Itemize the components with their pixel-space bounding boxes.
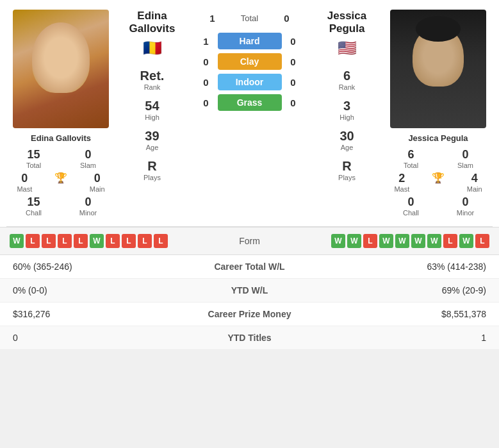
stats-left-value: $316,276 (13, 309, 128, 319)
total-left-score: 1 (206, 13, 219, 24)
left-plays-item: R Plays (143, 159, 161, 181)
stats-row: 60% (365-246)Career Total W/L63% (414-23… (0, 255, 499, 279)
right-high-item: 3 High (339, 99, 354, 121)
left-minor-stat: 0 Minor (74, 195, 102, 217)
left-mast-value: 0 (21, 172, 28, 185)
main-container: Edina Gallovits 15 Total 0 Slam 0 (0, 0, 499, 350)
left-player-title: Edina Gallovits (115, 10, 189, 36)
right-minor-stat: 0 Minor (451, 195, 480, 217)
form-badge: L (26, 234, 40, 248)
right-slam-label: Slam (457, 162, 473, 169)
left-main-stat: 0 Main (83, 172, 111, 193)
stats-row: 0% (0-0)YTD W/L69% (20-9) (0, 279, 499, 303)
right-rank-label: Rank (339, 83, 356, 91)
right-plays-value: R (342, 159, 351, 174)
hard-right-score: 0 (287, 36, 300, 47)
form-badge: W (379, 234, 393, 248)
right-main-label: Main (467, 185, 482, 193)
right-age-item: 30 Age (339, 129, 354, 151)
right-mast-stat: 2 Mast (388, 172, 416, 193)
stats-row: $316,276Career Prize Money$8,551,378 (0, 303, 499, 326)
form-badge: W (411, 234, 425, 248)
right-rank-stats: 6 Rank 3 High 30 Age R Plays (338, 69, 356, 181)
left-rank-value: Ret. (140, 69, 165, 83)
stats-right-value: 63% (414-238) (371, 261, 486, 272)
right-slam-value: 0 (462, 148, 468, 162)
form-badge: L (58, 234, 72, 248)
right-mast-value: 2 (398, 172, 405, 185)
stats-center-label: YTD Titles (128, 333, 371, 343)
clay-left-score: 0 (200, 56, 213, 67)
left-slam-value: 0 (85, 148, 91, 162)
right-slam-stat: 0 Slam (451, 148, 480, 169)
form-badge: L (42, 234, 56, 248)
right-player-card: Jessica Pegula 6 Total 0 Slam 2 (384, 10, 493, 217)
indoor-left-score: 0 (200, 77, 213, 88)
right-player-info-col: Jessica Pegula 🇺🇸 6 Rank 3 High 30 Age R… (310, 10, 384, 217)
stats-left-value: 60% (365-246) (13, 261, 128, 272)
clay-right-score: 0 (287, 56, 300, 67)
right-plays-item: R Plays (338, 159, 356, 181)
left-mast-label: Mast (17, 185, 32, 193)
form-section: WLLLLWLLLL Form WWLWWWWLWL (0, 227, 499, 255)
left-trophy-icon: 🏆 (46, 172, 75, 193)
left-main-label: Main (90, 185, 105, 193)
form-badge: W (90, 234, 104, 248)
stats-right-value: $8,551,378 (371, 309, 486, 319)
clay-button[interactable]: Clay (218, 53, 282, 70)
right-chall-stat: 0 Chall (397, 195, 425, 217)
left-total-stat: 15 Total (19, 148, 48, 169)
left-stat-row-3: 15 Chall 0 Minor (6, 195, 115, 217)
left-slam-label: Slam (80, 162, 96, 169)
left-stat-row-2: 0 Mast 🏆 0 Main (6, 172, 115, 193)
right-player-title: Jessica Pegula (310, 10, 384, 36)
right-rank-value: 6 (343, 69, 350, 83)
left-player-card: Edina Gallovits 15 Total 0 Slam 0 (6, 10, 115, 217)
right-total-value: 6 (407, 148, 414, 162)
left-flag: 🇷🇴 (143, 39, 162, 57)
left-high-value: 54 (145, 99, 159, 113)
left-age-label: Age (146, 144, 159, 151)
hard-row: 1 Hard 0 (189, 33, 310, 49)
right-age-value: 30 (339, 129, 354, 144)
left-high-label: High (145, 113, 160, 121)
right-high-label: High (339, 113, 354, 121)
right-chall-label: Chall (403, 209, 419, 217)
stats-row: 0YTD Titles1 (0, 326, 499, 350)
right-stat-row-2: 2 Mast 🏆 4 Main (384, 172, 493, 193)
left-chall-label: Chall (26, 209, 42, 217)
form-badge: W (10, 234, 24, 248)
left-mast-stat: 0 Mast (10, 172, 39, 193)
grass-right-score: 0 (287, 97, 300, 108)
left-minor-label: Minor (79, 209, 97, 217)
right-chall-value: 0 (407, 195, 414, 209)
left-main-value: 0 (94, 172, 101, 185)
form-badge: L (74, 234, 88, 248)
form-badge: W (459, 234, 473, 248)
hard-left-score: 1 (200, 36, 213, 47)
total-label: Total (224, 13, 275, 23)
total-right-score: 0 (281, 13, 293, 24)
hard-button[interactable]: Hard (218, 33, 282, 49)
stats-right-value: 1 (371, 333, 486, 343)
left-rank-item: Ret. Rank (140, 69, 165, 91)
form-badge: L (106, 234, 120, 248)
right-mast-label: Mast (394, 185, 409, 193)
left-minor-value: 0 (85, 195, 91, 209)
right-total-label: Total (404, 162, 418, 169)
right-rank-item: 6 Rank (339, 69, 356, 91)
indoor-right-score: 0 (287, 77, 300, 88)
right-form-badges: WWLWWWWLWL (331, 234, 489, 248)
indoor-button[interactable]: Indoor (218, 74, 282, 90)
right-player-name: Jessica Pegula (408, 133, 468, 143)
stats-center-label: Career Prize Money (128, 309, 371, 319)
total-row: 1 Total 0 (206, 13, 293, 24)
left-form-badges: WLLLLWLLLL (10, 234, 168, 248)
grass-button[interactable]: Grass (218, 94, 282, 111)
left-age-value: 39 (145, 129, 159, 144)
left-high-item: 54 High (145, 99, 160, 121)
left-slam-stat: 0 Slam (74, 148, 102, 169)
right-player-photo (390, 10, 486, 128)
clay-row: 0 Clay 0 (189, 53, 310, 70)
right-high-value: 3 (343, 99, 350, 113)
